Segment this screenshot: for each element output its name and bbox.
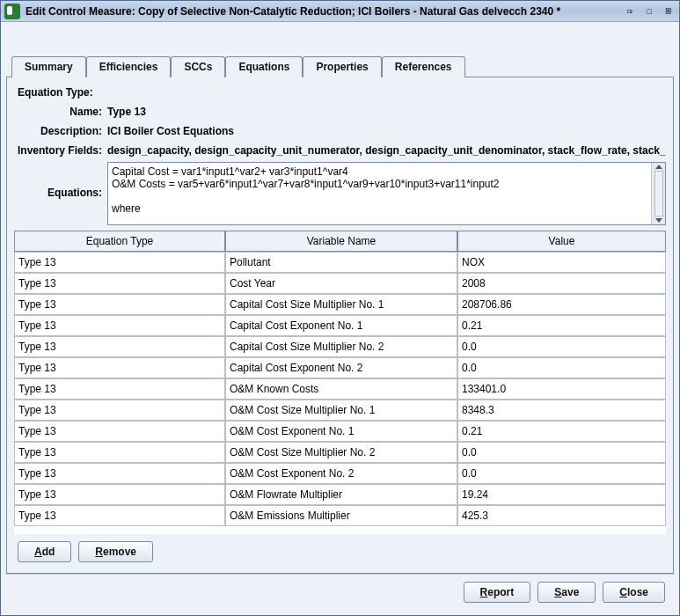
- top-spacer: [6, 27, 674, 55]
- table-row[interactable]: Type 13Capital Cost Exponent No. 20.0: [14, 357, 666, 378]
- cell-equation-type[interactable]: Type 13: [14, 273, 225, 294]
- cell-equation-type[interactable]: Type 13: [14, 252, 225, 273]
- cell-value[interactable]: 8348.3: [457, 400, 666, 421]
- cell-equation-type[interactable]: Type 13: [14, 463, 225, 484]
- cell-value[interactable]: 425.3: [457, 505, 666, 526]
- table-row[interactable]: Type 13O&M Flowrate Multiplier19.24: [14, 484, 666, 505]
- description-label: Description:: [14, 123, 107, 137]
- cell-equation-type[interactable]: Type 13: [14, 421, 225, 442]
- cell-variable-name[interactable]: O&M Known Costs: [225, 378, 457, 400]
- dialog-footer: Report Save Close: [6, 574, 674, 610]
- table-row[interactable]: Type 13O&M Cost Size Multiplier No. 20.0: [14, 442, 666, 463]
- variables-table: Equation Type Variable Name Value Type 1…: [14, 231, 666, 534]
- cell-value[interactable]: 133401.0: [457, 378, 666, 400]
- cell-equation-type[interactable]: Type 13: [14, 484, 225, 505]
- table-row[interactable]: Type 13O&M Cost Exponent No. 10.21: [14, 421, 666, 442]
- app-icon: [4, 4, 20, 19]
- table-row[interactable]: Type 13O&M Cost Exponent No. 20.0: [14, 463, 666, 484]
- cell-value[interactable]: 0.0: [457, 336, 666, 357]
- name-label: Name:: [14, 104, 107, 118]
- equation-header: Equation Type: Name: Type 13 Description…: [14, 84, 666, 225]
- cell-variable-name[interactable]: O&M Cost Size Multiplier No. 2: [225, 442, 457, 463]
- close-button[interactable]: Close: [603, 582, 665, 603]
- remove-button[interactable]: Remove: [78, 541, 153, 562]
- tab-efficiencies[interactable]: Efficiencies: [86, 56, 172, 77]
- tab-equations[interactable]: Equations: [225, 56, 303, 77]
- table-row[interactable]: Type 13Capital Cost Size Multiplier No. …: [14, 336, 666, 357]
- minimize-icon[interactable]: ▫↙: [623, 4, 637, 18]
- cell-value[interactable]: 208706.86: [457, 294, 666, 315]
- cell-variable-name[interactable]: O&M Cost Size Multiplier No. 1: [225, 400, 457, 421]
- cell-equation-type[interactable]: Type 13: [14, 505, 225, 526]
- table-body[interactable]: Type 13PollutantNOXType 13Cost Year2008T…: [14, 252, 666, 534]
- inventory-fields-value: design_capacity, design_capacity_unit_nu…: [107, 143, 666, 157]
- cell-variable-name[interactable]: O&M Cost Exponent No. 2: [225, 463, 457, 484]
- cell-variable-name[interactable]: Pollutant: [225, 252, 457, 273]
- tab-references[interactable]: References: [382, 56, 465, 77]
- close-icon[interactable]: ⊠: [662, 4, 676, 18]
- table-row[interactable]: Type 13Capital Cost Exponent No. 10.21: [14, 315, 666, 336]
- cell-variable-name[interactable]: Capital Cost Exponent No. 2: [225, 357, 457, 378]
- cell-value[interactable]: 0.21: [457, 421, 666, 442]
- cell-equation-type[interactable]: Type 13: [14, 294, 225, 315]
- scroll-up-icon[interactable]: [655, 165, 662, 169]
- cell-equation-type[interactable]: Type 13: [14, 336, 225, 357]
- cell-value[interactable]: 2008: [457, 273, 666, 294]
- save-button[interactable]: Save: [537, 582, 596, 603]
- cell-value[interactable]: NOX: [457, 252, 666, 273]
- cell-value[interactable]: 0.0: [457, 463, 666, 484]
- dialog-window: Edit Control Measure: Copy of Selective …: [0, 0, 680, 616]
- tab-properties[interactable]: Properties: [303, 56, 381, 77]
- table-row[interactable]: Type 13Capital Cost Size Multiplier No. …: [14, 294, 666, 315]
- cell-variable-name[interactable]: Capital Cost Size Multiplier No. 2: [225, 336, 457, 357]
- window-title: Edit Control Measure: Copy of Selective …: [26, 5, 623, 18]
- description-value: ICI Boiler Cost Equations: [107, 123, 666, 137]
- col-variable-name[interactable]: Variable Name: [225, 231, 457, 252]
- equations-label: Equations:: [14, 162, 107, 199]
- cell-variable-name[interactable]: O&M Flowrate Multiplier: [225, 484, 457, 505]
- tab-bar: Summary Efficiencies SCCs Equations Prop…: [6, 55, 674, 77]
- cell-equation-type[interactable]: Type 13: [14, 357, 225, 378]
- equations-textarea[interactable]: Capital Cost = var1*input1^var2+ var3*in…: [107, 162, 666, 225]
- table-row[interactable]: Type 13O&M Cost Size Multiplier No. 1834…: [14, 400, 666, 421]
- col-value[interactable]: Value: [457, 231, 666, 252]
- cell-value[interactable]: 0.0: [457, 442, 666, 463]
- tab-summary[interactable]: Summary: [11, 56, 86, 77]
- col-equation-type[interactable]: Equation Type: [14, 231, 225, 252]
- cell-equation-type[interactable]: Type 13: [14, 400, 225, 421]
- scroll-down-icon[interactable]: [655, 218, 662, 223]
- table-row[interactable]: Type 13O&M Emissions Multiplier425.3: [14, 505, 666, 526]
- table-row[interactable]: Type 13PollutantNOX: [14, 252, 666, 273]
- cell-variable-name[interactable]: Capital Cost Size Multiplier No. 1: [225, 294, 457, 315]
- table-header: Equation Type Variable Name Value: [14, 231, 666, 252]
- titlebar[interactable]: Edit Control Measure: Copy of Selective …: [1, 1, 679, 22]
- name-value: Type 13: [107, 104, 666, 118]
- scroll-track[interactable]: [654, 171, 663, 216]
- cell-equation-type[interactable]: Type 13: [14, 442, 225, 463]
- table-buttons: Add Remove: [14, 534, 666, 566]
- cell-variable-name[interactable]: Cost Year: [225, 273, 457, 294]
- cell-variable-name[interactable]: Capital Cost Exponent No. 1: [225, 315, 457, 336]
- cell-value[interactable]: 19.24: [457, 484, 666, 505]
- inventory-fields-label: Inventory Fields:: [14, 143, 107, 157]
- maximize-icon[interactable]: ☐: [642, 4, 656, 18]
- cell-variable-name[interactable]: O&M Cost Exponent No. 1: [225, 421, 457, 442]
- cell-equation-type[interactable]: Type 13: [14, 378, 225, 400]
- add-button[interactable]: Add: [18, 541, 71, 562]
- cell-variable-name[interactable]: O&M Emissions Multiplier: [225, 505, 457, 526]
- content-area: Summary Efficiencies SCCs Equations Prop…: [1, 22, 679, 615]
- table-row[interactable]: Type 13O&M Known Costs133401.0: [14, 378, 666, 400]
- equations-panel: Equation Type: Name: Type 13 Description…: [6, 77, 674, 574]
- tab-sccs[interactable]: SCCs: [171, 56, 225, 77]
- equations-scrollbar[interactable]: [651, 163, 665, 224]
- cell-equation-type[interactable]: Type 13: [14, 315, 225, 336]
- cell-value[interactable]: 0.21: [457, 315, 666, 336]
- cell-value[interactable]: 0.0: [457, 357, 666, 378]
- window-controls: ▫↙ ☐ ⊠: [623, 4, 676, 18]
- table-row[interactable]: Type 13Cost Year2008: [14, 273, 666, 294]
- equations-text: Capital Cost = var1*input1^var2+ var3*in…: [108, 163, 651, 224]
- report-button[interactable]: Report: [464, 582, 531, 603]
- equation-type-heading: Equation Type:: [14, 84, 107, 99]
